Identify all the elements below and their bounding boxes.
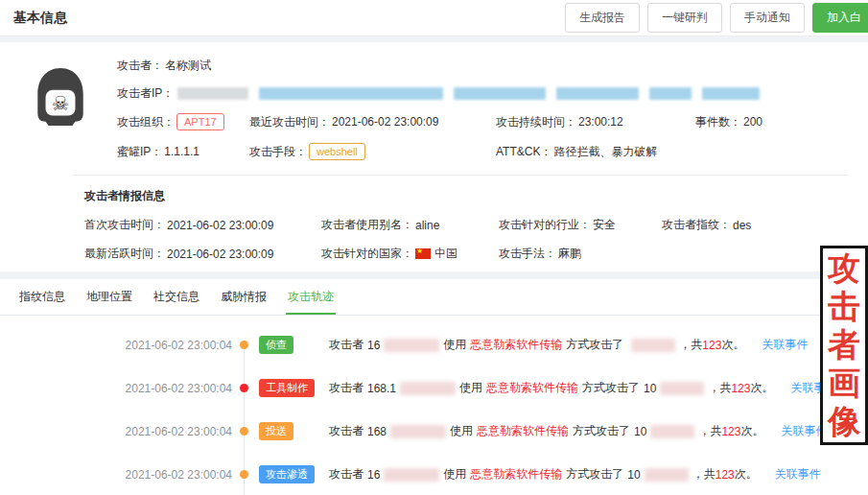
attack-method-text: 恶意勒索软件传输 bbox=[470, 337, 562, 353]
redacted-target-ip bbox=[631, 339, 675, 352]
redacted-ip-segment bbox=[702, 87, 760, 100]
stamp-char: 攻 bbox=[828, 249, 860, 288]
stamp-char: 者 bbox=[828, 326, 860, 365]
attack-method-text: 恶意勒索软件传输 bbox=[470, 466, 562, 483]
field-target-country: 攻击针对的国家： 中国 bbox=[321, 246, 499, 262]
timeline-timestamp: 2021-06-02 23:00:04 bbox=[0, 425, 240, 438]
page-title: 基本信息 bbox=[13, 10, 67, 27]
timeline-dot bbox=[240, 384, 248, 392]
tab-attack-trajectory[interactable]: 攻击轨迹 bbox=[286, 279, 336, 315]
svg-text:☠: ☠ bbox=[52, 92, 69, 114]
related-events-link[interactable]: 关联事件 bbox=[762, 337, 808, 353]
header-bar: 基本信息 生成报告 一键研判 手动通知 加入白 bbox=[0, 0, 868, 36]
tab-social-info[interactable]: 社交信息 bbox=[152, 279, 201, 315]
timeline-dot bbox=[240, 341, 248, 349]
field-attack-org: 攻击组织： APT17 bbox=[117, 113, 249, 130]
basic-info-card: ☠ 攻击者： 名称测试 攻击者IP： 攻击 bbox=[0, 42, 868, 271]
tab-fingerprint-info[interactable]: 指纹信息 bbox=[17, 279, 67, 315]
redacted-attacker-ip bbox=[400, 382, 456, 395]
redacted-ip-bars bbox=[177, 87, 760, 100]
field-event-count: 事件数： 200 bbox=[695, 114, 849, 130]
timeline-description: 攻击者168.1 使用恶意勒索软件传输 方式攻击了10 ，共123次。 bbox=[329, 380, 773, 396]
field-attack-duration: 攻击持续时间： 23:00:12 bbox=[496, 114, 695, 130]
generate-report-button[interactable]: 生成报告 bbox=[565, 3, 640, 33]
stamp-char: 像 bbox=[828, 403, 860, 441]
redacted-attacker-ip bbox=[384, 339, 439, 352]
attacker-portrait-stamp: 攻 击 者 画 像 bbox=[820, 246, 868, 445]
field-last-active-time: 最新活跃时间： 2021-06-02 23:00:09 bbox=[84, 246, 321, 262]
timeline-description: 攻击者168 使用恶意勒索软件传输 方式攻击了10 ，共123次。 bbox=[329, 423, 763, 439]
timeline-timestamp: 2021-06-02 23:00:04 bbox=[0, 339, 240, 352]
redacted-attacker-ip bbox=[390, 425, 446, 438]
one-click-analysis-button[interactable]: 一键研判 bbox=[647, 3, 722, 33]
detail-tabs: 指纹信息 地理位置 社交信息 威胁情报 攻击轨迹 bbox=[0, 279, 868, 316]
stage-tag: 侦查 bbox=[259, 336, 293, 354]
field-attack-technique: 攻击手法： 麻鹏 bbox=[499, 246, 662, 262]
redacted-ip-segment bbox=[556, 87, 639, 100]
timeline-dot bbox=[240, 427, 248, 436]
timeline-timestamp: 2021-06-02 23:00:04 bbox=[0, 382, 240, 395]
hacker-avatar-icon: ☠ bbox=[29, 65, 92, 129]
field-first-attack-time: 首次攻击时间： 2021-06-02 23:00:09 bbox=[84, 217, 321, 233]
stamp-char: 画 bbox=[828, 365, 860, 403]
redacted-target-ip bbox=[660, 382, 704, 395]
redacted-ip-segment bbox=[259, 87, 443, 100]
redacted-target-ip bbox=[645, 468, 689, 482]
timeline-row: 2021-06-02 23:00:04 投送 攻击者168 使用恶意勒索软件传输… bbox=[0, 410, 868, 453]
attack-method-text: 恶意勒索软件传输 bbox=[486, 380, 578, 396]
related-events-link[interactable]: 关联事件 bbox=[775, 466, 821, 483]
manual-notify-button[interactable]: 手动通知 bbox=[730, 3, 805, 33]
add-to-whitelist-button[interactable]: 加入白 bbox=[812, 3, 868, 33]
redacted-ip-segment bbox=[649, 87, 692, 100]
timeline-description: 攻击者16 使用恶意勒索软件传输 方式攻击了10 ，共123次。 bbox=[329, 466, 758, 483]
stage-tag: 投送 bbox=[259, 422, 293, 440]
field-target-industry: 攻击针对的行业： 安全 bbox=[499, 217, 662, 233]
timeline-description: 攻击者16 使用恶意勒索软件传输 方式攻击了 ，共123次。 bbox=[329, 337, 744, 353]
redacted-ip-segment bbox=[177, 87, 248, 100]
redacted-attacker-ip bbox=[384, 468, 439, 482]
apt-group-tag: APT17 bbox=[176, 113, 224, 130]
attack-method-text: 恶意勒索软件传输 bbox=[477, 423, 569, 439]
stage-tag: 攻击渗透 bbox=[259, 465, 315, 483]
timeline-row: 2021-06-02 23:00:04 工具制作 攻击者168.1 使用恶意勒索… bbox=[0, 366, 868, 410]
field-attacker-ip: 攻击者IP： bbox=[117, 85, 849, 102]
field-attck: ATT&CK： 路径拦截、暴力破解 bbox=[496, 144, 849, 160]
intel-section: 攻击者情报信息 首次攻击时间： 2021-06-02 23:00:09 攻击者使… bbox=[72, 175, 849, 264]
timeline-timestamp: 2021-06-02 23:00:04 bbox=[0, 468, 240, 482]
detail-card: 指纹信息 地理位置 社交信息 威胁情报 攻击轨迹 2021-06-02 23:0… bbox=[0, 279, 868, 495]
webshell-tag: webshell bbox=[309, 143, 365, 160]
timeline-row: 2021-06-02 23:00:04 侦查 攻击者16 使用恶意勒索软件传输 … bbox=[0, 323, 868, 366]
field-attack-method: 攻击手段： webshell bbox=[249, 143, 496, 160]
tab-threat-intel[interactable]: 威胁情报 bbox=[219, 279, 269, 315]
intel-section-title: 攻击者情报信息 bbox=[84, 188, 849, 204]
field-attacker: 攻击者： 名称测试 bbox=[117, 58, 849, 74]
stamp-char: 击 bbox=[828, 288, 860, 326]
china-flag-icon bbox=[415, 248, 431, 259]
header-actions: 生成报告 一键研判 手动通知 加入白 bbox=[565, 3, 868, 33]
field-attacker-fingerprint: 攻击者指纹： des bbox=[662, 217, 849, 233]
timeline-dot bbox=[240, 470, 248, 479]
attack-timeline: 2021-06-02 23:00:04 侦查 攻击者16 使用恶意勒索软件传输 … bbox=[0, 316, 868, 495]
stage-tag: 工具制作 bbox=[259, 379, 315, 397]
redacted-ip-segment bbox=[454, 87, 546, 100]
redacted-target-ip bbox=[650, 425, 694, 438]
timeline-row: 2021-06-02 23:00:04 攻击渗透 攻击者16 使用恶意勒索软件传… bbox=[0, 453, 868, 495]
field-honeypot-ip: 蜜罐IP： 1.1.1.1 bbox=[117, 144, 249, 160]
field-attacker-alias: 攻击者使用别名： aline bbox=[321, 217, 499, 233]
field-last-attack-time: 最近攻击时间： 2021-06-02 23:00:09 bbox=[249, 114, 496, 130]
tab-geo-location[interactable]: 地理位置 bbox=[84, 279, 134, 315]
basic-fields: 攻击者： 名称测试 攻击者IP： 攻击组织： APT17 bbox=[117, 54, 849, 173]
